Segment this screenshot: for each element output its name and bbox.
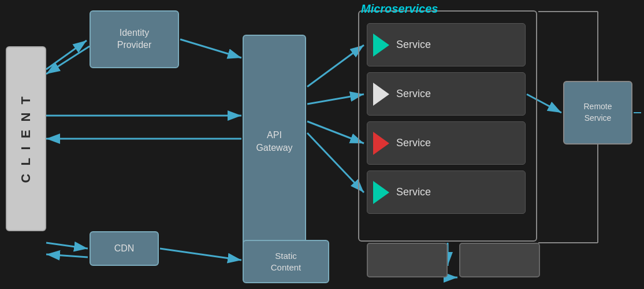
service-label-2: Service xyxy=(396,88,431,100)
cdn-label: CDN xyxy=(114,243,135,254)
static-content-box: StaticContent xyxy=(243,240,329,283)
service-box-1: Service xyxy=(367,23,526,66)
cdn-box: CDN xyxy=(90,231,159,266)
svg-line-11 xyxy=(307,45,364,87)
identity-provider-label: IdentityProvider xyxy=(117,27,152,51)
svg-line-13 xyxy=(307,121,364,143)
api-gateway-label: APIGateway xyxy=(256,129,292,155)
service-chevron-3 xyxy=(373,132,389,155)
architecture-diagram: C L I E N T IdentityProvider CDN APIGate… xyxy=(0,0,644,289)
database-box-2 xyxy=(459,243,540,277)
service-box-3: Service xyxy=(367,121,526,165)
service-box-4: Service xyxy=(367,171,526,214)
svg-line-12 xyxy=(307,94,364,104)
service-chevron-1 xyxy=(373,34,389,57)
remote-service-box: RemoteService xyxy=(563,81,632,144)
service-chevron-2 xyxy=(373,83,389,106)
service-label-1: Service xyxy=(396,39,431,51)
svg-line-14 xyxy=(307,133,364,192)
svg-line-5 xyxy=(180,39,241,58)
service-chevron-4 xyxy=(373,181,389,204)
client-label: C L I E N T xyxy=(18,94,33,183)
svg-line-4 xyxy=(46,46,90,74)
remote-service-label: RemoteService xyxy=(583,101,612,124)
svg-line-8 xyxy=(46,243,88,249)
svg-line-10 xyxy=(160,249,241,260)
identity-provider-box: IdentityProvider xyxy=(90,10,179,68)
microservices-title: Microservices xyxy=(361,2,438,16)
api-gateway-box: APIGateway xyxy=(243,35,306,249)
svg-line-9 xyxy=(46,254,88,257)
service-box-2: Service xyxy=(367,72,526,116)
database-box-1 xyxy=(367,243,448,277)
client-box: C L I E N T xyxy=(6,46,46,231)
service-label-4: Service xyxy=(396,186,431,198)
svg-line-3 xyxy=(46,40,87,69)
static-content-label: StaticContent xyxy=(271,250,301,273)
service-label-3: Service xyxy=(396,137,431,149)
